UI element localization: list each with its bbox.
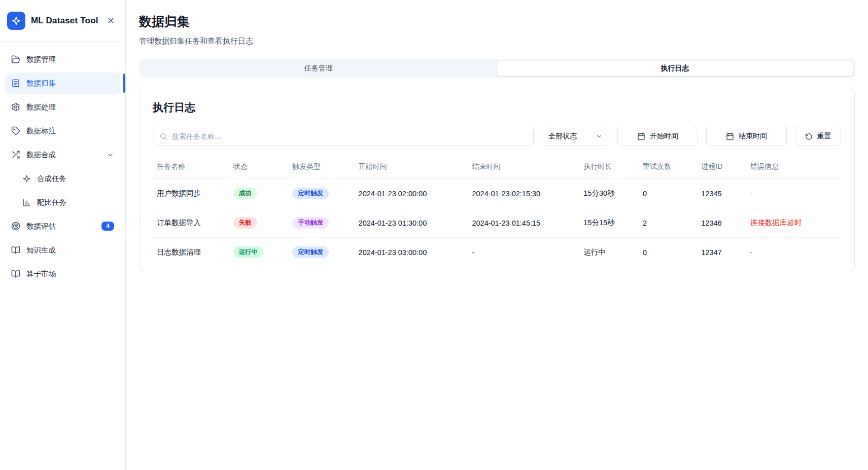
sidebar-item-data-processing[interactable]: 数据处理: [5, 96, 120, 118]
sidebar-item-label: 配比任务: [37, 198, 114, 207]
execution-logs-table: 任务名称 状态 触发类型 开始时间 结束时间 执行时长 重试次数 进程ID 错误…: [153, 157, 841, 267]
shuffle-icon: [11, 150, 20, 159]
column-header-process-id: 进程ID: [697, 157, 746, 179]
notification-badge: 4: [101, 222, 114, 231]
column-header-duration: 执行时长: [579, 157, 639, 179]
tab-bar: 任务管理 执行日志: [139, 59, 855, 78]
sidebar-item-label: 知识生成: [26, 245, 114, 255]
status-badge: 成功: [233, 188, 257, 199]
cell-process-id: 12347: [697, 238, 746, 267]
table-header-row: 任务名称 状态 触发类型 开始时间 结束时间 执行时长 重试次数 进程ID 错误…: [153, 157, 841, 179]
sidebar-item-label: 数据合成: [26, 150, 100, 160]
sparkles-icon: [11, 16, 21, 26]
main-content: 数据归集 管理数据归集任务和查看执行日志 任务管理 执行日志 执行日志 全部状态: [126, 0, 868, 470]
cell-start-time: 2024-01-23 01:30:00: [355, 208, 468, 238]
cell-end-time: 2024-01-23 02:15:30: [468, 179, 579, 208]
reset-button[interactable]: 重置: [795, 127, 841, 146]
book-open-icon: [11, 245, 20, 255]
page-title: 数据归集: [139, 13, 855, 30]
reset-label: 重置: [817, 132, 831, 141]
calendar-icon: [637, 132, 645, 140]
sidebar-item-synthesis-tasks[interactable]: 合成任务: [5, 168, 120, 189]
column-header-start-time: 开始时间: [355, 157, 468, 179]
cell-retries: 2: [639, 208, 697, 238]
app-logo: [7, 12, 25, 30]
cell-process-id: 12346: [697, 208, 746, 238]
table-row: 订单数据导入 失败 手动触发 2024-01-23 01:30:00 2024-…: [153, 208, 841, 238]
table-row: 日志数据清理 运行中 定时触发 2024-01-23 03:00:00 - 运行…: [153, 238, 841, 267]
sidebar-item-ratio-tasks[interactable]: 配比任务: [5, 192, 120, 213]
sidebar-header: ML Dataset Tool: [0, 0, 125, 42]
cell-error-message: -: [746, 179, 841, 208]
start-time-label: 开始时间: [650, 132, 678, 141]
sidebar-item-label: 数据处理: [26, 102, 114, 112]
cell-retries: 0: [639, 238, 697, 267]
status-filter-select[interactable]: 全部状态: [542, 127, 609, 146]
sidebar-item-label: 数据标注: [26, 126, 114, 136]
panel-title: 执行日志: [153, 100, 841, 115]
status-badge: 失败: [233, 217, 257, 229]
cell-duration: 15分30秒: [579, 179, 639, 208]
sidebar-item-data-annotation[interactable]: 数据标注: [5, 120, 120, 141]
trigger-type-badge: 手动触发: [292, 217, 329, 229]
sidebar-item-label: 合成任务: [37, 174, 114, 184]
cell-start-time: 2024-01-23 02:00:00: [355, 179, 468, 208]
chevron-down-icon: [596, 133, 603, 140]
column-header-task-name: 任务名称: [153, 157, 229, 179]
target-icon: [11, 222, 20, 231]
sidebar-item-data-collection[interactable]: 数据归集: [5, 73, 120, 94]
column-header-end-time: 结束时间: [468, 157, 579, 179]
sidebar-item-knowledge-generation[interactable]: 知识生成: [5, 239, 120, 261]
sidebar: ML Dataset Tool 数据管理: [0, 0, 126, 470]
sidebar-item-data-management[interactable]: 数据管理: [5, 49, 120, 70]
cell-task-name: 用户数据同步: [153, 179, 229, 208]
column-header-error-message: 错误信息: [746, 157, 841, 179]
sparkles-icon: [22, 174, 31, 183]
start-time-button[interactable]: 开始时间: [617, 127, 698, 146]
bar-chart-icon: [22, 198, 31, 207]
close-icon: [107, 16, 115, 25]
filter-toolbar: 全部状态 开始时间 结束时间: [153, 127, 841, 146]
search-box: [153, 127, 534, 146]
cell-start-time: 2024-01-23 03:00:00: [355, 238, 468, 267]
search-icon: [159, 132, 167, 140]
database-icon: [11, 79, 20, 88]
sidebar-item-data-evaluation[interactable]: 数据评估 4: [5, 215, 120, 237]
cell-error-message: 连接数据库超时: [746, 208, 841, 238]
sidebar-nav: 数据管理 数据归集 数据处理: [0, 42, 125, 292]
page-subtitle: 管理数据归集任务和查看执行日志: [139, 37, 855, 46]
cell-end-time: 2024-01-23 01:45:15: [468, 208, 579, 238]
status-badge: 运行中: [233, 246, 264, 258]
cell-duration: 15分15秒: [579, 208, 639, 238]
sidebar-item-label: 数据管理: [26, 55, 114, 64]
table-row: 用户数据同步 成功 定时触发 2024-01-23 02:00:00 2024-…: [153, 179, 841, 208]
trigger-type-badge: 定时触发: [292, 246, 329, 258]
sidebar-item-operator-market[interactable]: 算子市场: [5, 263, 120, 284]
sidebar-close-button[interactable]: [105, 14, 117, 27]
end-time-button[interactable]: 结束时间: [706, 127, 787, 146]
cell-error-message: -: [746, 238, 841, 267]
app-window: ML Dataset Tool 数据管理: [0, 0, 868, 470]
tab-execution-logs[interactable]: 执行日志: [497, 61, 854, 76]
cell-process-id: 12345: [697, 179, 746, 208]
column-header-trigger-type: 触发类型: [288, 157, 354, 179]
search-input[interactable]: [172, 132, 527, 140]
cell-duration: 运行中: [579, 238, 639, 267]
column-header-status: 状态: [229, 157, 289, 179]
reset-icon: [805, 133, 813, 140]
trigger-type-badge: 定时触发: [292, 188, 329, 199]
app-title: ML Dataset Tool: [31, 16, 105, 26]
tab-task-management[interactable]: 任务管理: [141, 61, 497, 76]
folder-icon: [11, 55, 20, 64]
gear-icon: [11, 102, 20, 112]
end-time-label: 结束时间: [739, 132, 767, 141]
cell-end-time: -: [468, 238, 579, 267]
sidebar-item-label: 数据评估: [26, 222, 95, 231]
cell-retries: 0: [639, 179, 697, 208]
status-filter-value: 全部状态: [548, 132, 577, 141]
chevron-down-icon: [107, 151, 114, 159]
execution-logs-panel: 执行日志 全部状态: [139, 87, 855, 272]
sidebar-item-label: 数据归集: [26, 79, 114, 88]
sidebar-item-data-synthesis[interactable]: 数据合成: [5, 144, 120, 165]
cell-task-name: 日志数据清理: [153, 238, 229, 267]
